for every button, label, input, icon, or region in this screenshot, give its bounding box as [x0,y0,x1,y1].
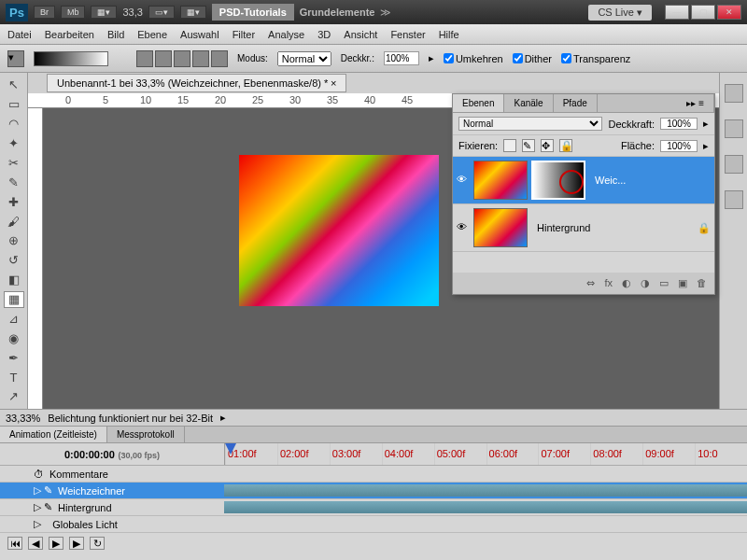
brush-tool[interactable]: 🖌 [4,213,24,230]
workspace-sub[interactable]: Grundelemente [300,7,375,18]
status-arrow-icon[interactable]: ▸ [220,412,226,424]
angle-gradient-icon[interactable] [174,50,190,67]
timecode[interactable]: 0:00:00:00 [64,449,115,460]
layers-panel-icon[interactable] [725,190,743,209]
tab-messprotokoll[interactable]: Messprotokoll [107,427,185,442]
transparency-checkbox[interactable] [561,53,571,63]
clip[interactable] [224,501,747,513]
timeline-ruler[interactable]: 01:00f02:00f03:00f 04:00f05:00f06:00f 07… [224,443,747,465]
status-zoom[interactable]: 33,33% [6,413,40,424]
heal-tool[interactable]: ✚ [4,193,24,210]
linear-gradient-icon[interactable] [136,50,153,67]
tab-animation[interactable]: Animation (Zeitleiste) [0,427,107,442]
lock-all-icon[interactable]: 🔒 [559,139,572,152]
gradient-tool[interactable]: ▦ [4,291,24,308]
eyedropper-tool[interactable]: ✎ [4,174,24,190]
eraser-tool[interactable]: ◧ [4,272,24,288]
close-button[interactable]: ✕ [717,5,741,20]
arrange-button[interactable]: ▭▾ [148,6,175,19]
swatches-panel-icon[interactable] [725,119,743,138]
layer-thumbnail[interactable] [473,208,528,247]
next-frame-button[interactable]: ▶ [69,537,84,550]
diamond-gradient-icon[interactable] [211,50,228,67]
document-tab[interactable]: Unbenannt-1 bei 33,3% (Weichzeichner, Eb… [47,74,346,92]
color-panel-icon[interactable] [725,84,743,103]
opacity-arrow-icon[interactable]: ▸ [703,118,709,130]
rewind-button[interactable]: ⏮ [7,537,22,550]
opacity-input[interactable] [384,51,419,65]
maximize-button[interactable]: ▢ [691,5,715,20]
stamp-tool[interactable]: ⊕ [4,232,24,249]
menu-datei[interactable]: Datei [7,29,32,40]
mask-icon[interactable]: ◐ [622,277,631,289]
fill-arrow-icon[interactable]: ▸ [703,140,709,152]
layer-fill-input[interactable] [660,140,698,152]
adjustments-panel-icon[interactable] [725,155,743,174]
path-tool[interactable]: ↗ [4,388,24,405]
dither-checkbox[interactable] [513,53,523,63]
track-globales-licht[interactable]: ▷ Globales Licht [0,516,747,533]
mb-button[interactable]: Mb [61,6,86,19]
track-weichzeichner[interactable]: ▷ ✎ Weichzeichner [0,483,747,499]
ruler-vertical[interactable] [28,108,43,409]
lasso-tool[interactable]: ◠ [4,116,24,133]
tab-ebenen[interactable]: Ebenen [453,94,504,112]
more-icon[interactable]: ≫ [380,7,391,19]
document-image[interactable] [239,155,439,306]
delete-icon[interactable]: 🗑 [697,277,707,289]
workspace-tag[interactable]: PSD-Tutorials [212,4,294,21]
layer-mask-thumbnail[interactable] [531,161,585,200]
lock-pixels-icon[interactable]: ✎ [522,139,535,152]
prev-frame-button[interactable]: ◀ [28,537,43,550]
move-tool[interactable]: ↖ [4,77,24,93]
cslive-button[interactable]: CS Live ▾ [588,5,652,21]
dodge-tool[interactable]: ◉ [4,329,24,346]
layer-name[interactable]: Weic... [589,175,626,186]
mode-select[interactable]: Normal [277,51,331,66]
blend-mode-select[interactable]: Normal [458,117,602,131]
new-layer-icon[interactable]: ▣ [678,277,687,289]
fx-icon[interactable]: fx [604,277,613,289]
zoom-level[interactable]: 33,3 [122,7,142,18]
visibility-icon[interactable]: 👁 [457,221,470,234]
group-icon[interactable]: ▭ [659,277,669,289]
menu-filter[interactable]: Filter [233,29,255,40]
reflected-gradient-icon[interactable] [192,50,209,67]
pen-tool[interactable]: ✒ [4,349,24,366]
history-brush-tool[interactable]: ↺ [4,252,24,269]
clip[interactable] [224,484,747,497]
wand-tool[interactable]: ✦ [4,135,24,152]
loop-button[interactable]: ↻ [90,537,105,550]
type-tool[interactable]: T [4,369,24,385]
bridge-button[interactable]: Br [34,6,55,19]
menu-hilfe[interactable]: Hilfe [439,29,459,40]
screen-mode-button[interactable]: ▦▾ [91,6,117,19]
play-button[interactable]: ▶ [49,537,63,550]
tab-pfade[interactable]: Pfade [554,94,598,112]
radial-gradient-icon[interactable] [155,50,172,67]
menu-fenster[interactable]: Fenster [390,29,425,40]
menu-auswahl[interactable]: Auswahl [180,29,219,40]
visibility-icon[interactable]: 👁 [457,174,470,187]
menu-ebene[interactable]: Ebene [137,29,167,40]
lock-position-icon[interactable]: ✥ [541,139,554,152]
adjustment-icon[interactable]: ◑ [641,277,650,289]
reverse-checkbox[interactable] [444,53,454,63]
menu-bearbeiten[interactable]: Bearbeiten [45,29,94,40]
minimize-button[interactable]: — [665,5,689,20]
layer-name[interactable]: Hintergrund [531,222,590,233]
layer-row-weichzeichner[interactable]: 👁 Weic... [453,157,714,204]
gradient-preview[interactable] [34,51,108,66]
crop-tool[interactable]: ✂ [4,155,24,172]
layer-row-hintergrund[interactable]: 👁 Hintergrund 🔒 [453,204,714,252]
blur-tool[interactable]: ⊿ [4,311,24,328]
layer-thumbnail[interactable] [473,161,528,200]
opacity-flyout[interactable]: ▸ [429,52,434,64]
marquee-tool[interactable]: ▭ [4,96,24,113]
menu-ansicht[interactable]: Ansicht [344,29,377,40]
track-kommentare[interactable]: ⏱ Kommentare [0,466,747,483]
panel-menu-icon[interactable]: ▸▸ ≡ [677,94,714,112]
track-hintergrund[interactable]: ▷ ✎ Hintergrund [0,499,747,516]
lock-transparency-icon[interactable] [503,139,516,152]
menu-3d[interactable]: 3D [317,29,331,40]
